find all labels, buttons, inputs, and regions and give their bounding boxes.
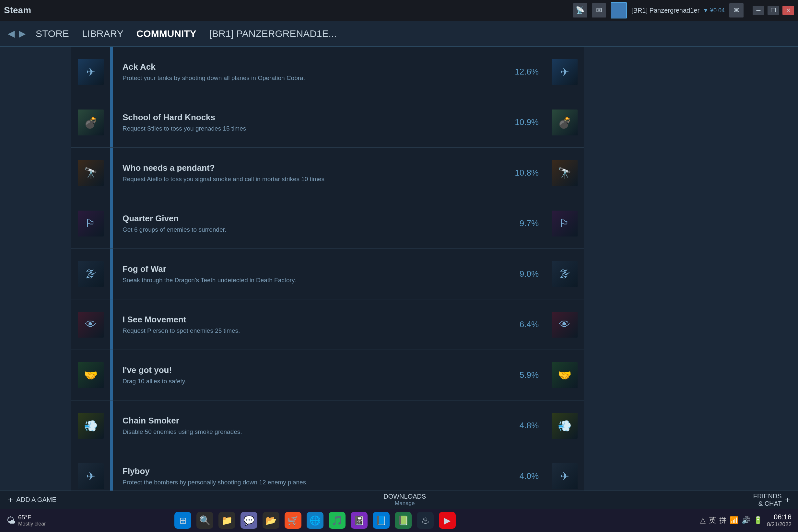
mail-icon[interactable]: ✉ — [592, 3, 606, 18]
achievement-icon-right: 🌫 — [552, 261, 578, 287]
achievement-row[interactable]: 🌫 Fog of War Sneak through the Dragon's … — [71, 249, 584, 299]
wifi-icon[interactable]: 📶 — [730, 516, 738, 525]
achievement-icon-left: ✈ — [78, 59, 104, 85]
add-game-button[interactable]: + ADD A GAME — [8, 495, 56, 505]
achievement-info: School of Hard Knocks Request Stiles to … — [113, 112, 506, 132]
taskbar-app-spotify[interactable]: 🎵 — [329, 512, 346, 529]
downloads-label[interactable]: DOWNLOADS — [384, 493, 426, 500]
taskbar-right: △ 英 拼 📶 🔊 🔋 06:16 8/21/2022 — [700, 513, 792, 528]
achievement-info: Ack Ack Protect your tanks by shooting d… — [113, 62, 506, 82]
achievement-icon-right: 🤝 — [552, 362, 578, 388]
achievement-description: Protect your tanks by shooting down all … — [123, 75, 497, 82]
friends-chat-plus-icon: + — [785, 495, 790, 505]
achievement-percent: 6.4% — [506, 320, 545, 329]
achievement-percent: 4.8% — [506, 421, 545, 431]
taskbar-app-start-menu[interactable]: ⊞ — [174, 512, 191, 529]
time-display: 06:16 — [767, 513, 792, 521]
nav-links: STORE LIBRARY COMMUNITY [BR1] PANZERGREN… — [36, 28, 337, 39]
taskbar-app-file-explorer[interactable]: 📂 — [262, 512, 279, 529]
taskbar-app-task-view[interactable]: 📁 — [219, 512, 235, 529]
window-controls: ─ ❐ ✕ — [753, 6, 794, 15]
achievement-row[interactable]: 👁 I See Movement Request Pierson to spot… — [71, 299, 584, 350]
forward-arrow[interactable]: ▶ — [19, 28, 26, 39]
achievement-icon-right: 👁 — [552, 312, 578, 338]
avatar[interactable] — [611, 2, 627, 18]
input-method-icon[interactable]: 英 — [709, 515, 716, 525]
taskbar-apps: ⊞🔍📁💬📂🛒🌐🎵📓📘📗♨▶ — [174, 512, 456, 529]
achievement-description: Request Stiles to toss you grenades 15 t… — [123, 125, 497, 132]
tray-expand-icon[interactable]: △ — [700, 516, 706, 525]
notification-icon[interactable]: 📡 — [573, 3, 587, 18]
taskbar-app-netflix[interactable]: ▶ — [439, 512, 456, 529]
achievement-title: Ack Ack — [123, 62, 497, 72]
achievement-highlight — [110, 451, 113, 491]
taskbar-app-word[interactable]: 📘 — [373, 512, 390, 529]
achievement-row[interactable]: 🤝 I've got you! Drag 10 allies to safety… — [71, 350, 584, 400]
username-label: [BR1] Panzergrenad1er — [631, 7, 700, 14]
weather-info: 65°F Mostly clear — [18, 514, 46, 527]
taskbar-app-teams[interactable]: 💬 — [241, 512, 257, 529]
achievement-row[interactable]: 💨 Chain Smoker Disable 50 enemies using … — [71, 400, 584, 451]
nav-community[interactable]: COMMUNITY — [136, 28, 197, 39]
downloads-manage[interactable]: Manage — [384, 500, 426, 507]
achievement-title: I've got you! — [123, 365, 497, 375]
achievement-percent: 12.6% — [506, 67, 545, 77]
achievement-title: Chain Smoker — [123, 416, 497, 426]
achievement-icon-left: 🤝 — [78, 362, 104, 388]
achievement-title: Quarter Given — [123, 213, 497, 224]
achievement-row[interactable]: ✈ Ack Ack Protect your tanks by shooting… — [71, 47, 584, 97]
close-button[interactable]: ✕ — [782, 6, 794, 15]
friends-chat-button[interactable]: FRIENDS & CHAT + — [753, 492, 790, 507]
user-info: [BR1] Panzergrenad1er ▼ ¥0.04 — [631, 7, 725, 14]
achievement-row[interactable]: 💣 School of Hard Knocks Request Stiles t… — [71, 97, 584, 148]
bottom-bar: + ADD A GAME DOWNLOADS Manage FRIENDS & … — [0, 491, 798, 509]
achievement-icon-right: 💣 — [552, 110, 578, 135]
taskbar-app-store[interactable]: 🛒 — [284, 512, 301, 529]
back-arrow[interactable]: ◀ — [8, 28, 15, 39]
achievement-info: Who needs a pendant? Request Aiello to t… — [113, 163, 506, 183]
achievement-description: Sneak through the Dragon's Teeth undetec… — [123, 277, 497, 284]
achievement-icon-right: ✈ — [552, 59, 578, 85]
achievement-info: Fog of War Sneak through the Dragon's Te… — [113, 264, 506, 284]
achievement-highlight — [110, 198, 113, 248]
nav-bar: ◀ ▶ STORE LIBRARY COMMUNITY [BR1] PANZER… — [0, 21, 798, 47]
achievement-row[interactable]: 🏳 Quarter Given Get 6 groups of enemies … — [71, 198, 584, 249]
taskbar-app-steam[interactable]: ♨ — [417, 512, 434, 529]
achievement-highlight — [110, 400, 113, 451]
achievement-row[interactable]: ✈ Flyboy Protect the bombers by personal… — [71, 451, 584, 491]
taskbar-app-onenote[interactable]: 📓 — [351, 512, 368, 529]
taskbar-app-search[interactable]: 🔍 — [197, 512, 213, 529]
achievement-description: Request Aiello to toss you signal smoke … — [123, 176, 497, 183]
achievement-percent: 9.0% — [506, 269, 545, 279]
nav-store[interactable]: STORE — [36, 28, 69, 39]
taskbar-app-chrome[interactable]: 🌐 — [307, 512, 323, 529]
achievement-icon-left: 🔭 — [78, 160, 104, 186]
message-icon[interactable]: ✉ — [729, 3, 744, 18]
restore-button[interactable]: ❐ — [767, 6, 779, 15]
achievement-highlight — [110, 47, 113, 97]
battery-icon[interactable]: 🔋 — [754, 516, 762, 525]
volume-icon[interactable]: 🔊 — [742, 516, 750, 525]
achievement-description: Drag 10 allies to safety. — [123, 378, 497, 385]
nav-profile[interactable]: [BR1] PANZERGRENAD1E... — [209, 28, 337, 39]
clock-widget[interactable]: 06:16 8/21/2022 — [767, 513, 792, 528]
achievement-icon-right: 🏳 — [552, 211, 578, 236]
achievement-icon-left: 🌫 — [78, 261, 104, 287]
achievement-icon-right: ✈ — [552, 463, 578, 489]
achievement-row[interactable]: 🔭 Who needs a pendant? Request Aiello to… — [71, 148, 584, 198]
achievement-highlight — [110, 148, 113, 198]
taskbar-app-excel[interactable]: 📗 — [395, 512, 412, 529]
achievement-percent: 10.9% — [506, 117, 545, 127]
achievement-description: Protect the bombers by personally shooti… — [123, 479, 497, 486]
achievement-info: I've got you! Drag 10 allies to safety. — [113, 365, 506, 385]
achievement-description: Request Pierson to spot enemies 25 times… — [123, 327, 497, 334]
achievements-list: ✈ Ack Ack Protect your tanks by shooting… — [0, 47, 798, 491]
pinyin-icon[interactable]: 拼 — [719, 515, 726, 525]
add-game-plus-icon: + — [8, 495, 13, 505]
title-bar: Steam 📡 ✉ [BR1] Panzergrenad1er ▼ ¥0.04 … — [0, 0, 798, 21]
minimize-button[interactable]: ─ — [753, 6, 764, 15]
title-bar-right: 📡 ✉ [BR1] Panzergrenad1er ▼ ¥0.04 ✉ ─ ❐ … — [573, 2, 794, 18]
downloads-center: DOWNLOADS Manage — [384, 493, 426, 507]
nav-library[interactable]: LIBRARY — [82, 28, 124, 39]
date-display: 8/21/2022 — [767, 521, 792, 528]
